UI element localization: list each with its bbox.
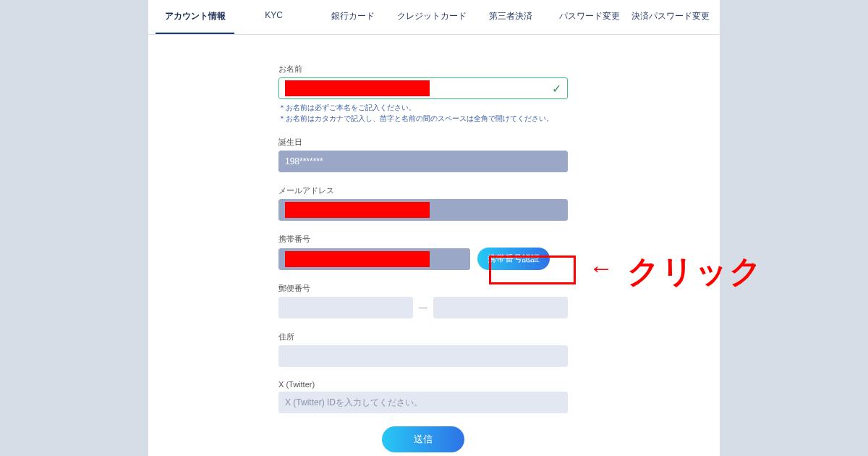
postal-input-1[interactable] [278, 297, 413, 318]
main-panel: アカウント情報 KYC 銀行カード クレジットカード 第三者決済 パスワード変更… [148, 0, 720, 456]
birthday-label: 誕生日 [278, 137, 568, 148]
address-input[interactable] [278, 345, 568, 367]
twitter-placeholder: X (Twitter) IDを入力してください。 [285, 397, 422, 409]
twitter-input[interactable]: X (Twitter) IDを入力してください。 [278, 392, 568, 413]
address-label: 住所 [278, 332, 568, 342]
field-email: メールアドレス [278, 185, 568, 221]
tab-account-info[interactable]: アカウント情報 [156, 0, 234, 34]
annotation-text: クリック [627, 250, 763, 293]
redacted-block [285, 251, 430, 267]
email-label: メールアドレス [278, 185, 568, 196]
postal-input-2[interactable] [433, 297, 568, 318]
field-birthday: 誕生日 198******* [278, 137, 568, 172]
tab-password-change[interactable]: パスワード変更 [550, 0, 629, 34]
name-label: お名前 [278, 64, 568, 75]
postal-label: 郵便番号 [278, 283, 568, 294]
phone-verify-button[interactable]: 携帯番号認証 [477, 248, 550, 270]
name-hints: ＊お名前は必ずご本名をご記入ください。 ＊お名前はカタカナで記入し、苗字と名前の… [278, 102, 568, 124]
email-input[interactable] [278, 199, 568, 221]
field-twitter: X (Twitter) X (Twitter) IDを入力してください。 [278, 380, 568, 413]
name-hint-1: ＊お名前は必ずご本名をご記入ください。 [278, 102, 568, 113]
field-phone: 携帯番号 携帯番号認証 [278, 234, 568, 270]
tab-kyc[interactable]: KYC [234, 0, 313, 34]
phone-label: 携帯番号 [278, 234, 568, 245]
tab-bank-card[interactable]: 銀行カード [313, 0, 392, 34]
redacted-block [285, 202, 430, 218]
twitter-label: X (Twitter) [278, 380, 568, 389]
tab-third-party-payment[interactable]: 第三者決済 [471, 0, 550, 34]
postal-dash: — [419, 303, 427, 313]
field-name: お名前 ✓ ＊お名前は必ずご本名をご記入ください。 ＊お名前はカタカナで記入し、… [278, 64, 568, 124]
account-form: お名前 ✓ ＊お名前は必ずご本名をご記入ください。 ＊お名前はカタカナで記入し、… [278, 64, 568, 452]
field-address: 住所 [278, 332, 568, 367]
tab-bar: アカウント情報 KYC 銀行カード クレジットカード 第三者決済 パスワード変更… [148, 0, 720, 35]
annotation-arrow-icon: ← [589, 256, 613, 280]
check-icon: ✓ [552, 82, 561, 96]
birthday-value: 198******* [285, 156, 323, 166]
field-postal: 郵便番号 — [278, 283, 568, 318]
submit-button[interactable]: 送信 [382, 426, 464, 452]
birthday-input[interactable]: 198******* [278, 151, 568, 172]
tab-payment-password-change[interactable]: 決済パスワード変更 [629, 0, 712, 34]
name-hint-2: ＊お名前はカタカナで記入し、苗字と名前の間のスペースは全角で開けてください。 [278, 113, 568, 124]
redacted-block [285, 80, 430, 96]
name-input[interactable]: ✓ [278, 77, 568, 99]
tab-credit-card[interactable]: クレジットカード [392, 0, 471, 34]
phone-input[interactable] [278, 248, 470, 270]
